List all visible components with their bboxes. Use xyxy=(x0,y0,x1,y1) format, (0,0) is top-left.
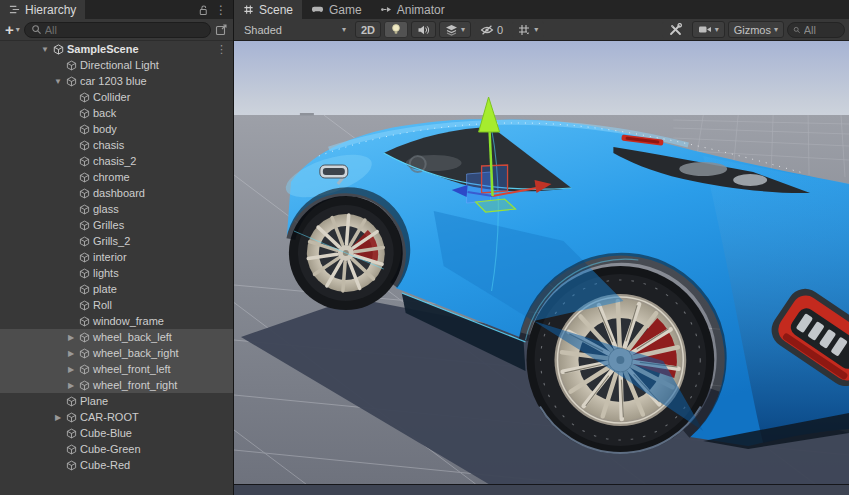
animator-icon xyxy=(380,4,392,15)
tree-item[interactable]: chasis xyxy=(0,137,233,153)
tree-item[interactable]: ▶wheel_back_left xyxy=(0,329,233,345)
scene-viewport[interactable] xyxy=(234,41,849,484)
hidden-count-label: 0 xyxy=(497,24,503,36)
scene-visibility-button[interactable]: 0 xyxy=(474,21,509,38)
scene-header-row[interactable]: ▼SampleScene⋮ xyxy=(0,41,233,57)
lock-icon[interactable] xyxy=(198,4,209,16)
shading-mode-dropdown[interactable]: Shaded ▾ xyxy=(238,21,352,38)
scene-audio-button[interactable] xyxy=(411,21,436,38)
search-icon xyxy=(793,25,801,35)
cube-icon xyxy=(79,220,90,231)
item-label: wheel_front_right xyxy=(93,379,177,391)
tree-item[interactable]: ▶CAR-ROOT xyxy=(0,409,233,425)
chevron-down-icon: ▾ xyxy=(461,26,465,34)
hierarchy-search-input[interactable] xyxy=(45,24,204,36)
lightbulb-icon xyxy=(390,23,402,36)
scene-canvas[interactable] xyxy=(234,41,849,484)
tab-scene[interactable]: Scene xyxy=(234,0,302,19)
gamepad-icon xyxy=(311,4,324,15)
chevron-down-icon: ▾ xyxy=(534,26,538,34)
cube-icon xyxy=(79,348,90,359)
item-label: Cube-Green xyxy=(80,443,141,455)
picker-window-icon[interactable] xyxy=(215,23,228,36)
scene-search[interactable] xyxy=(787,22,845,38)
tab-animator[interactable]: Animator xyxy=(371,0,454,19)
item-label: Plane xyxy=(80,395,108,407)
toggle-2d-button[interactable]: 2D xyxy=(355,21,381,38)
hierarchy-menu-icon[interactable]: ⋮ xyxy=(215,4,227,16)
expand-arrow-down-icon[interactable]: ▼ xyxy=(53,77,63,86)
tree-item[interactable]: Grilles xyxy=(0,217,233,233)
expand-arrow-right-icon[interactable]: ▶ xyxy=(66,349,76,358)
hierarchy-tree: ▼SampleScene⋮Directional Light▼car 1203 … xyxy=(0,41,233,495)
expand-arrow-right-icon[interactable]: ▶ xyxy=(66,333,76,342)
grid-visibility-button[interactable]: ▾ xyxy=(512,21,544,38)
tab-hierarchy[interactable]: Hierarchy xyxy=(0,0,85,19)
tree-item[interactable]: Roll xyxy=(0,297,233,313)
tree-item[interactable]: interior xyxy=(0,249,233,265)
tree-item[interactable]: dashboard xyxy=(0,185,233,201)
item-label: chasis_2 xyxy=(93,155,136,167)
cube-icon xyxy=(79,156,90,167)
item-label: lights xyxy=(93,267,119,279)
search-icon xyxy=(31,24,42,35)
tree-item[interactable]: glass xyxy=(0,201,233,217)
tree-item[interactable]: Collider xyxy=(0,89,233,105)
expand-arrow-right-icon[interactable]: ▶ xyxy=(53,413,63,422)
scene-tab-label: Scene xyxy=(259,3,293,17)
tree-item[interactable]: Plane xyxy=(0,393,233,409)
create-plus-label: + xyxy=(5,22,14,37)
item-label: CAR-ROOT xyxy=(80,411,139,423)
tree-item[interactable]: Cube-Green xyxy=(0,441,233,457)
unity-editor: Hierarchy ⋮ + ▾ ▼SampleScene⋮Directional… xyxy=(0,0,849,495)
tree-item[interactable]: back xyxy=(0,105,233,121)
create-object-button[interactable]: + ▾ xyxy=(5,22,20,37)
cube-icon xyxy=(79,204,90,215)
gizmos-dropdown[interactable]: Gizmos ▾ xyxy=(728,21,784,38)
hierarchy-search[interactable] xyxy=(24,22,211,38)
item-label: plate xyxy=(93,283,117,295)
component-tools-button[interactable] xyxy=(662,21,689,38)
camera-icon xyxy=(698,24,712,35)
expand-arrow-down-icon[interactable]: ▼ xyxy=(40,45,50,54)
tree-item[interactable]: body xyxy=(0,121,233,137)
tree-item[interactable]: ▼car 1203 blue xyxy=(0,73,233,89)
item-label: Roll xyxy=(93,299,112,311)
grid-snap-icon xyxy=(518,24,531,36)
tree-item[interactable]: window_frame xyxy=(0,313,233,329)
scene-lighting-button[interactable] xyxy=(384,21,408,38)
tree-item[interactable]: Directional Light xyxy=(0,57,233,73)
tree-item[interactable]: ▶wheel_front_left xyxy=(0,361,233,377)
scene-options-icon[interactable]: ⋮ xyxy=(216,43,227,56)
cube-icon xyxy=(79,332,90,343)
hierarchy-tab-label: Hierarchy xyxy=(25,3,76,17)
gizmo-plane-xy[interactable] xyxy=(482,165,508,193)
item-label: Grills_2 xyxy=(93,235,130,247)
tree-item[interactable]: plate xyxy=(0,281,233,297)
tree-item[interactable]: ▶wheel_front_right xyxy=(0,377,233,393)
item-label: dashboard xyxy=(93,187,145,199)
expand-arrow-right-icon[interactable]: ▶ xyxy=(66,381,76,390)
tree-item[interactable]: Cube-Blue xyxy=(0,425,233,441)
scene-search-input[interactable] xyxy=(804,24,839,36)
tree-item[interactable]: Cube-Red xyxy=(0,457,233,473)
tree-item[interactable]: chrome xyxy=(0,169,233,185)
tree-item[interactable]: Grills_2 xyxy=(0,233,233,249)
scene-effects-button[interactable]: ▾ xyxy=(439,21,471,38)
unity-scene-icon xyxy=(53,44,64,55)
chevron-down-icon: ▾ xyxy=(342,26,346,34)
cube-icon xyxy=(79,172,90,183)
item-label: chasis xyxy=(93,139,124,151)
tab-game[interactable]: Game xyxy=(302,0,371,19)
interior-headrest xyxy=(733,174,767,186)
scene-name-label: SampleScene xyxy=(67,43,139,55)
horizon-object xyxy=(300,113,314,116)
scene-camera-button[interactable]: ▾ xyxy=(692,21,725,38)
item-label: wheel_back_left xyxy=(93,331,172,343)
tree-item[interactable]: lights xyxy=(0,265,233,281)
tree-item[interactable]: chasis_2 xyxy=(0,153,233,169)
hierarchy-panel: Hierarchy ⋮ + ▾ ▼SampleScene⋮Directional… xyxy=(0,0,234,495)
tree-item[interactable]: ▶wheel_back_right xyxy=(0,345,233,361)
cube-icon xyxy=(66,460,77,471)
expand-arrow-right-icon[interactable]: ▶ xyxy=(66,365,76,374)
